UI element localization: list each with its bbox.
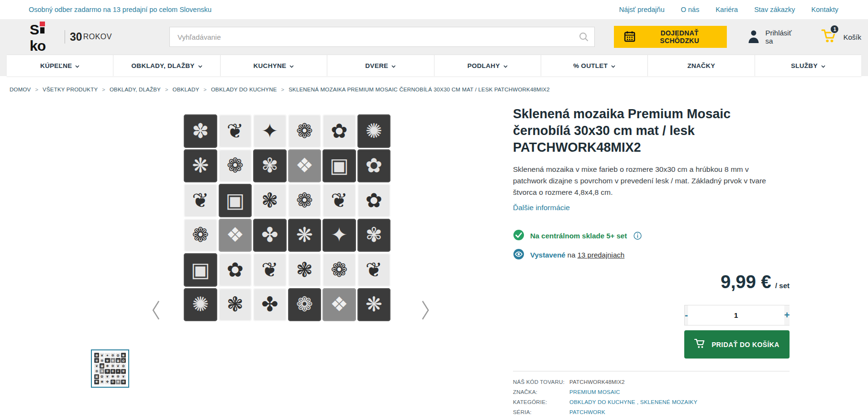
mosaic-tile: ❦ [219, 114, 252, 148]
product-thumbnail[interactable]: ✽❦✦❁✿✺❋❁✾❖▣✿❦▣❃❁❦✿❁❖✤❋✦✾▣✿❦❃❁❦✺❃✤❁❖❋ [91, 349, 129, 388]
mosaic-tile: ❦ [357, 253, 391, 287]
nav-item-slu-by[interactable]: SLUŽBY [755, 55, 861, 76]
mosaic-tile: ✦ [116, 369, 121, 374]
mosaic-tile: ❦ [121, 374, 126, 379]
siko-logo[interactable]: Sko 30 ROKOV [30, 20, 112, 54]
cart-button[interactable]: 1 Košík [821, 28, 861, 45]
topbar-link-1[interactable]: O nás [681, 6, 700, 13]
central-stock-row: Na centrálnom sklade 5+ set [513, 229, 790, 242]
breadcrumb-item-3[interactable]: OBKLADY [173, 87, 200, 92]
chevron-down-icon [611, 62, 615, 69]
nav-item--outlet[interactable]: % OUTLET [541, 55, 648, 76]
search-icon[interactable] [579, 32, 589, 44]
mosaic-tile: ❁ [111, 353, 115, 358]
mosaic-tile: ▣ [219, 184, 252, 217]
mosaic-tile: ✺ [357, 114, 391, 148]
chevron-down-icon [821, 62, 825, 69]
quantity-stepper: - + [684, 305, 790, 325]
mosaic-tile: ❖ [288, 149, 322, 183]
mosaic-tile: ▣ [323, 149, 356, 183]
breadcrumb-item-1[interactable]: VŠETKY PRODUKTY [43, 87, 98, 92]
mosaic-tile: ❃ [111, 374, 115, 379]
nav-item-obklady-dla-by[interactable]: OBKLADY, DLAŽBY [113, 55, 220, 76]
mosaic-tile: ❁ [111, 380, 115, 384]
mosaic-tile: ❦ [253, 253, 287, 287]
mosaic-tile: ❁ [184, 219, 217, 252]
mosaic-tile: ❋ [184, 149, 217, 183]
breadcrumb-item-5: SKLENENÁ MOZAIKA PREMIUM MOSAIC ČERNOBÍL… [289, 87, 550, 92]
detail-label: SÉRIA: [513, 409, 569, 415]
mosaic-tile: ✦ [253, 114, 287, 148]
nav-item-label: SLUŽBY [791, 62, 818, 69]
topbar-link-3[interactable]: Stav zákazky [754, 6, 795, 13]
topbar-link-2[interactable]: Kariéra [715, 6, 738, 13]
mosaic-tile: ▣ [116, 358, 121, 363]
logo-i-mark [39, 20, 45, 34]
nav-item-label: DVERE [365, 62, 388, 69]
add-to-cart-button[interactable]: PRIDAŤ DO KOŠÍKA [684, 330, 790, 359]
mosaic-tile: ❁ [219, 149, 252, 183]
header: Sko 30 ROKOV DOJEDNAŤ SCHÔDZKU Prihlásiť… [0, 19, 868, 76]
quantity-decrease-button[interactable]: - [685, 305, 688, 325]
breadcrumb-item-2[interactable]: OBKLADY, DLAŽBY [110, 87, 161, 92]
stores-count-link[interactable]: 13 predajniach [578, 251, 624, 259]
mosaic-tile: ❦ [116, 363, 121, 368]
nav-item-zna-ky[interactable]: ZNAČKY [648, 55, 755, 76]
free-pickup-promo-link[interactable]: Osobný odber zadarmo na 13 predajní po c… [29, 6, 211, 13]
price-unit: / set [775, 281, 790, 290]
topbar-link-0[interactable]: Nájsť predajňu [619, 6, 665, 13]
mosaic-tile: ✿ [323, 114, 356, 148]
gallery-prev-arrow-icon[interactable] [151, 299, 161, 323]
detail-row-1: ZNAČKA:PREMIUM MOSAIC [513, 389, 790, 395]
detail-row-0: NÁŠ KÓD TOVARU:PATCHWORK48MIX2 [513, 379, 790, 385]
mosaic-tile: ❋ [357, 288, 391, 322]
displayed-label: Vystavené [530, 251, 566, 259]
logo-anniversary-number: 30 [70, 31, 82, 44]
login-button[interactable]: Prihlásiť sa [747, 29, 799, 45]
breadcrumb-separator: > [281, 87, 285, 92]
mosaic-tile: ✤ [253, 288, 287, 322]
book-appointment-button[interactable]: DOJEDNAŤ SCHÔDZKU [614, 26, 727, 48]
nav-item-kuchyne[interactable]: KUCHYNE [221, 55, 327, 76]
mosaic-tile: ❁ [100, 358, 104, 363]
chevron-down-icon [289, 62, 294, 69]
details-divider [513, 371, 790, 371]
breadcrumb-separator: > [203, 87, 207, 92]
availability-section: Na centrálnom sklade 5+ set Vystavené na… [513, 229, 790, 261]
mosaic-tile: ❦ [105, 374, 110, 379]
central-stock-text: Na centrálnom sklade 5+ set [530, 232, 627, 240]
nav-item-k-pe-ne[interactable]: KÚPEĽNE [7, 55, 113, 76]
nav-item-podlahy[interactable]: PODLAHY [434, 55, 541, 76]
quantity-increase-button[interactable]: + [784, 305, 790, 325]
mosaic-tile: ❃ [105, 363, 110, 368]
cart-white-icon [694, 338, 706, 350]
more-info-link[interactable]: Ďalšie informácie [513, 203, 570, 212]
detail-value: PATCHWORK48MIX2 [569, 379, 625, 385]
gallery-next-arrow-icon[interactable] [420, 299, 431, 323]
product-description: Sklenená mozaika v mixe farieb o rozmere… [513, 164, 781, 198]
detail-label: NÁŠ KÓD TOVARU: [513, 379, 569, 385]
mosaic-tile: ▣ [100, 363, 104, 368]
breadcrumb-item-0[interactable]: DOMOV [10, 87, 31, 92]
mosaic-tile: ✦ [105, 353, 110, 358]
mosaic-tile: ❁ [288, 114, 322, 148]
mosaic-tile: ❁ [288, 288, 322, 322]
search-bar [169, 27, 595, 47]
nav-item-dvere[interactable]: DVERE [327, 55, 434, 76]
product-main-image[interactable]: ✽❦✦❁✿✺❋❁✾❖▣✿❦▣❃❁❦✿❁❖✤❋✦✾▣✿❦❃❁❦✺❃✤❁❖❋ [184, 114, 390, 321]
topbar-link-4[interactable]: Kontakty [812, 6, 838, 13]
quantity-input[interactable] [688, 305, 784, 325]
detail-value[interactable]: PATCHWORK [569, 409, 605, 415]
breadcrumb-item-4[interactable]: OBKLADY DO KUCHYNE [211, 87, 277, 92]
detail-row-2: KATEGÓRIE:OBKLADY DO KUCHYNE , SKLENENÉ … [513, 399, 790, 405]
mosaic-tile: ✾ [105, 358, 110, 363]
detail-value[interactable]: PREMIUM MOSAIC [569, 389, 620, 395]
mosaic-tile: ❃ [219, 288, 252, 322]
search-input[interactable] [169, 27, 595, 47]
mosaic-tile: ❋ [121, 380, 126, 384]
mosaic-tile: ❦ [184, 184, 217, 217]
mosaic-tile: ✿ [121, 363, 126, 368]
mosaic-tile: ✽ [94, 353, 99, 358]
info-icon[interactable] [634, 232, 642, 240]
detail-value[interactable]: OBKLADY DO KUCHYNE , SKLENENÉ MOZAIKY [569, 399, 697, 405]
